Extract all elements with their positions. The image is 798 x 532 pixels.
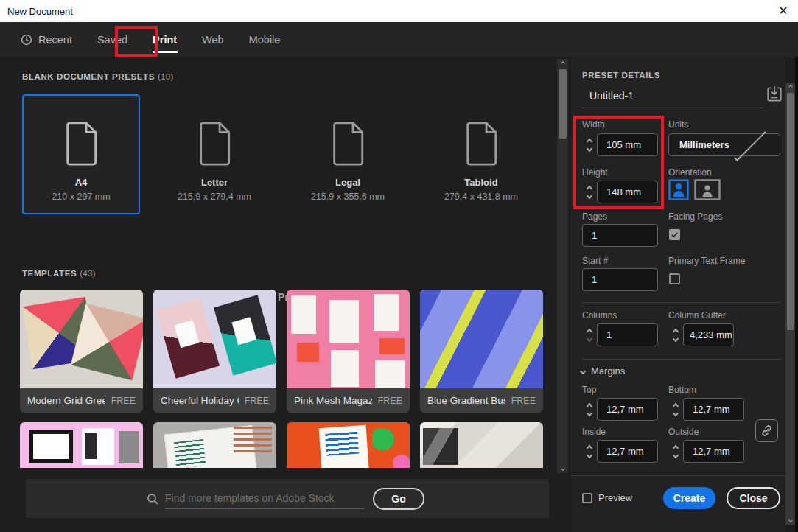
landscape-orientation-icon[interactable]	[694, 179, 721, 200]
presets-count: (10)	[158, 72, 174, 81]
units-label: Units	[668, 119, 688, 130]
tab-label: Mobile	[249, 34, 281, 46]
preset-details-heading: PRESET DETAILS	[582, 71, 660, 80]
margin-inside-field-group	[582, 440, 658, 463]
template-card-cheerful-holiday[interactable]: Cheerful Holiday Car... FREE	[153, 290, 276, 413]
preset-size: 215,9 x 355,6 mm	[311, 192, 385, 202]
width-stepper[interactable]	[582, 133, 597, 156]
window-close-icon[interactable]: ✕	[773, 1, 794, 21]
tab-mobile[interactable]: Mobile	[249, 22, 281, 57]
primary-text-frame-checkbox[interactable]	[669, 273, 680, 284]
margin-outside-input[interactable]	[683, 440, 744, 463]
preview-checkbox[interactable]	[582, 493, 592, 503]
window-titlebar: New Document ✕	[0, 0, 798, 22]
link-margins-button[interactable]	[755, 419, 778, 442]
preset-card-a4[interactable]: A4 210 x 297 mm	[22, 94, 140, 214]
margin-inside-label: Inside	[582, 427, 606, 437]
margin-top-field-group	[582, 398, 658, 421]
margin-outside-field-group	[668, 440, 744, 463]
tab-label: Saved	[97, 34, 127, 46]
template-card-partial-1[interactable]	[20, 422, 143, 468]
stock-search-input[interactable]	[165, 489, 364, 509]
tab-print[interactable]: Print	[153, 22, 177, 57]
scrollbar-thumb[interactable]	[787, 93, 794, 330]
margin-top-input[interactable]	[597, 398, 658, 421]
template-card-modern-grid[interactable]: Modern Grid Greetin... FREE	[20, 290, 143, 413]
scroll-down-icon[interactable]	[785, 516, 795, 525]
template-caption: Cheerful Holiday Car... FREE	[153, 388, 276, 413]
preset-name: A4	[75, 177, 88, 188]
preset-size: 279,4 x 431,8 mm	[444, 192, 518, 202]
width-input[interactable]	[597, 133, 658, 156]
column-gutter-stepper[interactable]	[668, 323, 683, 346]
template-caption: Pink Mesh Magazine... FREE	[287, 388, 410, 413]
facing-pages-checkbox[interactable]	[669, 229, 680, 240]
preset-size: 215,9 x 279,4 mm	[178, 192, 251, 202]
window-title: New Document	[7, 6, 73, 17]
template-name: Cheerful Holiday Car...	[161, 395, 239, 406]
column-gutter-field-group	[668, 323, 734, 346]
template-card-partial-3[interactable]	[287, 422, 410, 468]
create-button[interactable]: Create	[663, 487, 715, 509]
width-field-group	[582, 133, 658, 156]
margin-top-label: Top	[582, 385, 596, 395]
template-thumbnail	[20, 290, 143, 388]
preview-label: Preview	[598, 492, 632, 503]
margins-section-toggle[interactable]: Margins	[581, 365, 625, 377]
tab-recent[interactable]: Recent	[21, 22, 72, 57]
margin-inside-input[interactable]	[597, 440, 658, 463]
height-stepper[interactable]	[582, 181, 597, 203]
template-thumbnail	[153, 290, 276, 388]
margin-outside-stepper[interactable]	[668, 440, 683, 463]
portrait-orientation-icon[interactable]	[668, 179, 689, 200]
divider	[571, 475, 785, 476]
template-card-partial-2[interactable]	[153, 422, 276, 468]
margin-top-stepper[interactable]	[582, 398, 597, 421]
primary-text-frame-label: Primary Text Frame	[668, 256, 745, 266]
scrollbar-thumb[interactable]	[559, 69, 567, 139]
scroll-up-icon[interactable]	[557, 59, 568, 68]
adobe-stock-search-bar: Go	[26, 479, 549, 518]
orientation-options	[668, 179, 721, 200]
margin-bottom-stepper[interactable]	[668, 398, 683, 421]
template-card-pink-mesh[interactable]: Pink Mesh Magazine... FREE	[287, 290, 410, 413]
margin-inside-stepper[interactable]	[582, 440, 597, 463]
preset-card-legal[interactable]: Legal 215,9 x 355,6 mm	[289, 94, 407, 214]
templates-heading: TEMPLATES(43)	[22, 269, 96, 278]
preview-toggle[interactable]: Preview	[582, 492, 632, 503]
margin-bottom-input[interactable]	[683, 398, 744, 421]
scroll-up-icon[interactable]	[785, 83, 795, 91]
start-number-input[interactable]	[582, 268, 658, 291]
columns-field-group	[582, 323, 658, 346]
units-dropdown[interactable]: Millimeters	[668, 133, 780, 156]
go-button[interactable]: Go	[373, 488, 424, 510]
margins-label: Margins	[591, 365, 625, 377]
template-thumbnail	[153, 422, 276, 468]
orientation-label: Orientation	[668, 167, 712, 178]
preset-card-tabloid[interactable]: Tabloid 279,4 x 431,8 mm	[422, 94, 540, 214]
template-card-partial-4[interactable]	[420, 422, 543, 468]
close-button[interactable]: Close	[727, 487, 780, 509]
right-scrollbar[interactable]	[785, 83, 795, 525]
preset-card-letter[interactable]: Letter 215,9 x 279,4 mm	[155, 94, 273, 214]
preset-name: Legal	[335, 177, 360, 188]
left-scrollbar[interactable]	[557, 59, 568, 473]
preset-size: 210 x 297 mm	[52, 192, 110, 202]
height-input[interactable]	[597, 181, 658, 203]
pages-input[interactable]	[582, 224, 658, 247]
margin-outside-label: Outside	[668, 427, 699, 437]
save-preset-icon[interactable]	[764, 85, 785, 105]
column-gutter-input[interactable]	[683, 323, 734, 346]
document-name-field[interactable]	[582, 88, 763, 108]
tab-web[interactable]: Web	[202, 22, 224, 57]
divider	[582, 359, 781, 360]
scroll-down-icon[interactable]	[557, 464, 568, 473]
columns-stepper[interactable]	[582, 323, 597, 346]
tab-saved[interactable]: Saved	[97, 22, 127, 57]
template-caption: Blue Gradient Busine... FREE	[420, 388, 543, 413]
columns-input[interactable]	[597, 323, 658, 346]
template-card-blue-gradient[interactable]: Blue Gradient Busine... FREE	[420, 290, 543, 413]
template-caption: Modern Grid Greetin... FREE	[20, 388, 143, 413]
template-name: Blue Gradient Busine...	[427, 395, 505, 406]
presets-heading: BLANK DOCUMENT PRESETS(10)	[22, 72, 174, 81]
